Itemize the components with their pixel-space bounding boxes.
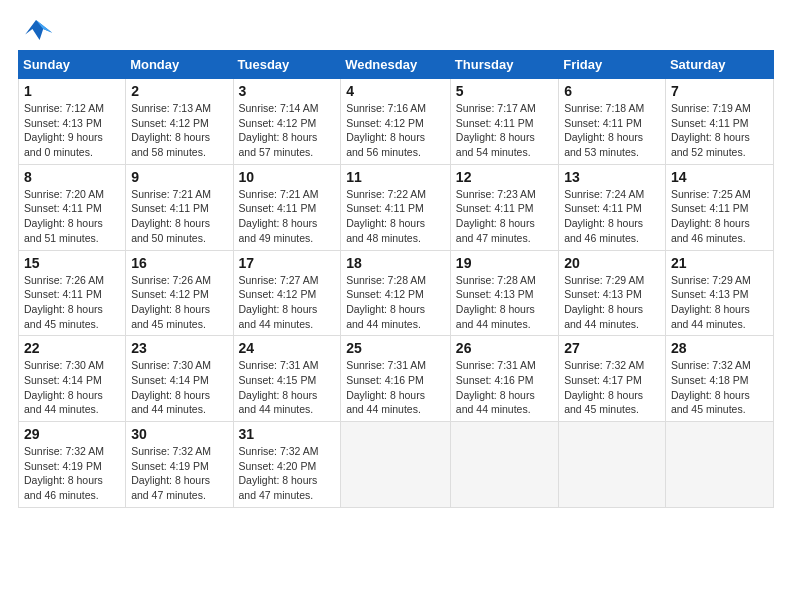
logo-bird-icon bbox=[18, 16, 54, 44]
weekday-header-sunday: Sunday bbox=[19, 51, 126, 79]
day-number: 3 bbox=[239, 83, 336, 99]
calendar-header: SundayMondayTuesdayWednesdayThursdayFrid… bbox=[19, 51, 774, 79]
calendar-cell: 31 Sunrise: 7:32 AM Sunset: 4:20 PM Dayl… bbox=[233, 422, 341, 508]
calendar-cell: 6 Sunrise: 7:18 AM Sunset: 4:11 PM Dayli… bbox=[559, 79, 666, 165]
calendar-cell: 23 Sunrise: 7:30 AM Sunset: 4:14 PM Dayl… bbox=[126, 336, 233, 422]
sunrise-label: Sunrise: 7:22 AM bbox=[346, 188, 426, 200]
day-number: 9 bbox=[131, 169, 227, 185]
daylight-label: Daylight: 8 hours and 51 minutes. bbox=[24, 217, 103, 244]
daylight-label: Daylight: 8 hours and 44 minutes. bbox=[456, 303, 535, 330]
calendar-week-row: 8 Sunrise: 7:20 AM Sunset: 4:11 PM Dayli… bbox=[19, 164, 774, 250]
calendar-cell: 1 Sunrise: 7:12 AM Sunset: 4:13 PM Dayli… bbox=[19, 79, 126, 165]
daylight-label: Daylight: 8 hours and 53 minutes. bbox=[564, 131, 643, 158]
daylight-label: Daylight: 8 hours and 45 minutes. bbox=[671, 389, 750, 416]
daylight-label: Daylight: 8 hours and 57 minutes. bbox=[239, 131, 318, 158]
day-number: 18 bbox=[346, 255, 445, 271]
calendar-cell: 17 Sunrise: 7:27 AM Sunset: 4:12 PM Dayl… bbox=[233, 250, 341, 336]
calendar-cell: 13 Sunrise: 7:24 AM Sunset: 4:11 PM Dayl… bbox=[559, 164, 666, 250]
calendar-cell bbox=[559, 422, 666, 508]
sunrise-label: Sunrise: 7:13 AM bbox=[131, 102, 211, 114]
calendar-cell: 30 Sunrise: 7:32 AM Sunset: 4:19 PM Dayl… bbox=[126, 422, 233, 508]
day-number: 15 bbox=[24, 255, 120, 271]
day-info: Sunrise: 7:27 AM Sunset: 4:12 PM Dayligh… bbox=[239, 273, 336, 332]
calendar-body: 1 Sunrise: 7:12 AM Sunset: 4:13 PM Dayli… bbox=[19, 79, 774, 508]
calendar-cell: 18 Sunrise: 7:28 AM Sunset: 4:12 PM Dayl… bbox=[341, 250, 451, 336]
sunrise-label: Sunrise: 7:16 AM bbox=[346, 102, 426, 114]
sunrise-label: Sunrise: 7:26 AM bbox=[24, 274, 104, 286]
sunset-label: Sunset: 4:12 PM bbox=[346, 117, 424, 129]
day-info: Sunrise: 7:32 AM Sunset: 4:20 PM Dayligh… bbox=[239, 444, 336, 503]
sunrise-label: Sunrise: 7:31 AM bbox=[456, 359, 536, 371]
sunrise-label: Sunrise: 7:20 AM bbox=[24, 188, 104, 200]
sunset-label: Sunset: 4:11 PM bbox=[564, 202, 642, 214]
day-info: Sunrise: 7:28 AM Sunset: 4:12 PM Dayligh… bbox=[346, 273, 445, 332]
day-info: Sunrise: 7:13 AM Sunset: 4:12 PM Dayligh… bbox=[131, 101, 227, 160]
sunset-label: Sunset: 4:11 PM bbox=[564, 117, 642, 129]
sunset-label: Sunset: 4:11 PM bbox=[239, 202, 317, 214]
day-number: 4 bbox=[346, 83, 445, 99]
daylight-label: Daylight: 8 hours and 46 minutes. bbox=[671, 217, 750, 244]
day-info: Sunrise: 7:18 AM Sunset: 4:11 PM Dayligh… bbox=[564, 101, 660, 160]
day-number: 22 bbox=[24, 340, 120, 356]
day-number: 16 bbox=[131, 255, 227, 271]
day-number: 8 bbox=[24, 169, 120, 185]
weekday-header-tuesday: Tuesday bbox=[233, 51, 341, 79]
sunset-label: Sunset: 4:12 PM bbox=[239, 117, 317, 129]
calendar-week-row: 15 Sunrise: 7:26 AM Sunset: 4:11 PM Dayl… bbox=[19, 250, 774, 336]
calendar-week-row: 1 Sunrise: 7:12 AM Sunset: 4:13 PM Dayli… bbox=[19, 79, 774, 165]
sunrise-label: Sunrise: 7:29 AM bbox=[671, 274, 751, 286]
daylight-label: Daylight: 9 hours and 0 minutes. bbox=[24, 131, 103, 158]
calendar-cell: 28 Sunrise: 7:32 AM Sunset: 4:18 PM Dayl… bbox=[665, 336, 773, 422]
sunrise-label: Sunrise: 7:17 AM bbox=[456, 102, 536, 114]
day-number: 28 bbox=[671, 340, 768, 356]
day-number: 21 bbox=[671, 255, 768, 271]
day-info: Sunrise: 7:17 AM Sunset: 4:11 PM Dayligh… bbox=[456, 101, 553, 160]
day-number: 30 bbox=[131, 426, 227, 442]
weekday-header-friday: Friday bbox=[559, 51, 666, 79]
day-info: Sunrise: 7:32 AM Sunset: 4:19 PM Dayligh… bbox=[24, 444, 120, 503]
calendar-cell bbox=[450, 422, 558, 508]
sunset-label: Sunset: 4:11 PM bbox=[346, 202, 424, 214]
sunrise-label: Sunrise: 7:32 AM bbox=[24, 445, 104, 457]
sunrise-label: Sunrise: 7:27 AM bbox=[239, 274, 319, 286]
day-number: 11 bbox=[346, 169, 445, 185]
daylight-label: Daylight: 8 hours and 44 minutes. bbox=[346, 303, 425, 330]
day-number: 17 bbox=[239, 255, 336, 271]
day-number: 2 bbox=[131, 83, 227, 99]
calendar-cell: 5 Sunrise: 7:17 AM Sunset: 4:11 PM Dayli… bbox=[450, 79, 558, 165]
sunset-label: Sunset: 4:13 PM bbox=[671, 288, 749, 300]
calendar-week-row: 29 Sunrise: 7:32 AM Sunset: 4:19 PM Dayl… bbox=[19, 422, 774, 508]
day-info: Sunrise: 7:29 AM Sunset: 4:13 PM Dayligh… bbox=[564, 273, 660, 332]
day-info: Sunrise: 7:22 AM Sunset: 4:11 PM Dayligh… bbox=[346, 187, 445, 246]
calendar-cell: 11 Sunrise: 7:22 AM Sunset: 4:11 PM Dayl… bbox=[341, 164, 451, 250]
calendar-cell: 16 Sunrise: 7:26 AM Sunset: 4:12 PM Dayl… bbox=[126, 250, 233, 336]
sunset-label: Sunset: 4:17 PM bbox=[564, 374, 642, 386]
daylight-label: Daylight: 8 hours and 46 minutes. bbox=[24, 474, 103, 501]
calendar-cell: 21 Sunrise: 7:29 AM Sunset: 4:13 PM Dayl… bbox=[665, 250, 773, 336]
day-info: Sunrise: 7:21 AM Sunset: 4:11 PM Dayligh… bbox=[131, 187, 227, 246]
calendar-table: SundayMondayTuesdayWednesdayThursdayFrid… bbox=[18, 50, 774, 508]
day-info: Sunrise: 7:23 AM Sunset: 4:11 PM Dayligh… bbox=[456, 187, 553, 246]
day-number: 25 bbox=[346, 340, 445, 356]
sunrise-label: Sunrise: 7:18 AM bbox=[564, 102, 644, 114]
daylight-label: Daylight: 8 hours and 47 minutes. bbox=[131, 474, 210, 501]
sunrise-label: Sunrise: 7:31 AM bbox=[239, 359, 319, 371]
day-info: Sunrise: 7:25 AM Sunset: 4:11 PM Dayligh… bbox=[671, 187, 768, 246]
calendar-cell: 26 Sunrise: 7:31 AM Sunset: 4:16 PM Dayl… bbox=[450, 336, 558, 422]
sunset-label: Sunset: 4:12 PM bbox=[239, 288, 317, 300]
calendar-cell bbox=[665, 422, 773, 508]
day-info: Sunrise: 7:14 AM Sunset: 4:12 PM Dayligh… bbox=[239, 101, 336, 160]
day-info: Sunrise: 7:30 AM Sunset: 4:14 PM Dayligh… bbox=[24, 358, 120, 417]
sunrise-label: Sunrise: 7:28 AM bbox=[346, 274, 426, 286]
day-info: Sunrise: 7:29 AM Sunset: 4:13 PM Dayligh… bbox=[671, 273, 768, 332]
day-number: 14 bbox=[671, 169, 768, 185]
sunrise-label: Sunrise: 7:28 AM bbox=[456, 274, 536, 286]
sunrise-label: Sunrise: 7:14 AM bbox=[239, 102, 319, 114]
sunset-label: Sunset: 4:11 PM bbox=[671, 202, 749, 214]
daylight-label: Daylight: 8 hours and 45 minutes. bbox=[24, 303, 103, 330]
day-info: Sunrise: 7:32 AM Sunset: 4:18 PM Dayligh… bbox=[671, 358, 768, 417]
day-info: Sunrise: 7:20 AM Sunset: 4:11 PM Dayligh… bbox=[24, 187, 120, 246]
day-info: Sunrise: 7:26 AM Sunset: 4:11 PM Dayligh… bbox=[24, 273, 120, 332]
day-info: Sunrise: 7:12 AM Sunset: 4:13 PM Dayligh… bbox=[24, 101, 120, 160]
calendar-cell: 8 Sunrise: 7:20 AM Sunset: 4:11 PM Dayli… bbox=[19, 164, 126, 250]
